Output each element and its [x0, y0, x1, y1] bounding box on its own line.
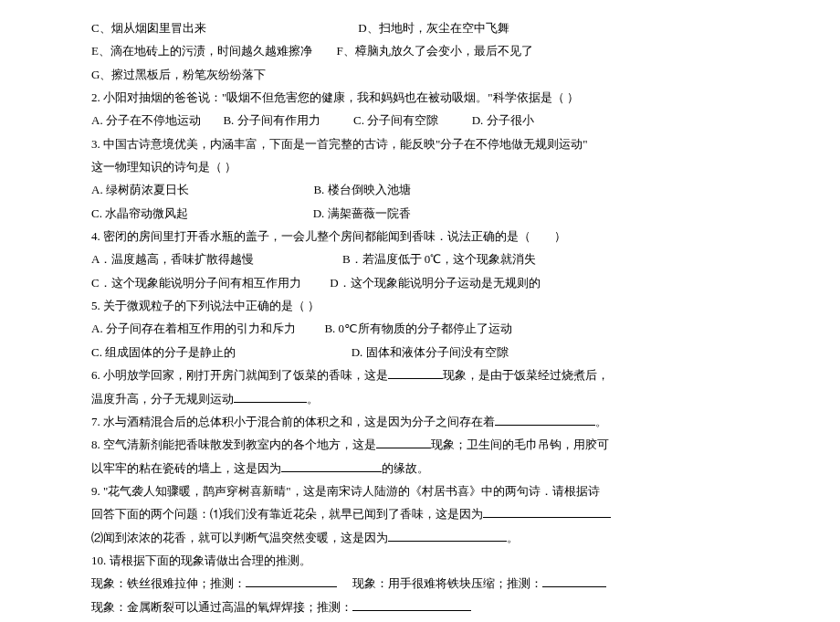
q5-opt-c: C. 组成固体的分子是静止的	[91, 345, 236, 359]
q2-stem: 2. 小阳对抽烟的爸爸说："吸烟不但危害您的健康，我和妈妈也在被动吸烟。"科学依…	[91, 86, 749, 109]
q3-stem2: 这一物理知识的诗句是（ ）	[91, 155, 749, 178]
q5-row-cd: C. 组成固体的分子是静止的 D. 固体和液体分子间没有空隙	[91, 341, 749, 364]
q1-option-ef: E、滴在地砖上的污渍，时间越久越难擦净 F、樟脑丸放久了会变小，最后不见了	[91, 39, 749, 62]
q2-opt-b: B. 分子间有作用力	[223, 113, 320, 127]
q3-row-ab: A. 绿树荫浓夏日长 B. 楼台倒映入池塘	[91, 178, 749, 201]
q1-opt-g: G、擦过黑板后，粉笔灰纷纷落下	[91, 68, 266, 81]
q3-opt-a: A. 绿树荫浓夏日长	[91, 183, 189, 196]
q1-option-cd: C、烟从烟囱里冒出来 D、扫地时，灰尘在空中飞舞	[91, 16, 749, 39]
q10-row2a: 现象：金属断裂可以通过高温的氧焊焊接；推测：	[91, 600, 352, 614]
q8-blank1[interactable]	[376, 437, 431, 448]
q7-part1: 7. 水与酒精混合后的总体积小于混合前的体积之和，这是因为分子之间存在着	[91, 415, 495, 428]
q9-sub2b: 。	[507, 531, 519, 544]
q8-part3: 以牢牢的粘在瓷砖的墙上，这是因为	[91, 461, 281, 475]
q8-line1: 8. 空气清新剂能把香味散发到教室内的各个地方，这是现象；卫生间的毛巾吊钩，用胶…	[91, 433, 749, 456]
q10-stem: 10. 请根据下面的现象请做出合理的推测。	[91, 549, 749, 572]
q3-stem1: 3. 中国古诗意境优美，内涵丰富，下面是一首完整的古诗，能反映"分子在不停地做无…	[91, 132, 749, 155]
q6-part3: 温度升高，分子无规则运动	[91, 392, 234, 406]
q6-line2: 温度升高，分子无规则运动。	[91, 387, 749, 410]
q3-row-cd: C. 水晶帘动微风起 D. 满架蔷薇一院香	[91, 202, 749, 225]
q8-part2: 现象；卫生间的毛巾吊钩，用胶可	[431, 438, 609, 451]
q9-sub2: ⑵闻到浓浓的花香，就可以判断气温突然变暖，这是因为。	[91, 526, 749, 549]
q3-opt-b: B. 楼台倒映入池塘	[313, 183, 410, 196]
q2-opt-a: A. 分子在不停地运动	[91, 113, 201, 127]
q7-line: 7. 水与酒精混合后的总体积小于混合前的体积之和，这是因为分子之间存在着。	[91, 410, 749, 433]
q10-blank3[interactable]	[352, 599, 471, 611]
q4-row-cd: C．这个现象能说明分子间有相互作用力 D．这个现象能说明分子运动是无规则的	[91, 271, 749, 294]
q3-opt-c: C. 水晶帘动微风起	[91, 206, 188, 220]
q6-line1: 6. 小明放学回家，刚打开房门就闻到了饭菜的香味，这是现象，是由于饭菜经过烧煮后…	[91, 364, 749, 386]
q9-sub1: 回答下面的两个问题：⑴我们没有靠近花朵，就早已闻到了香味，这是因为	[91, 502, 749, 525]
q6-part4: 。	[307, 392, 319, 406]
q8-part1: 8. 空气清新剂能把香味散发到教室内的各个地方，这是	[91, 438, 376, 451]
q1-opt-e: E、滴在地砖上的污渍，时间越久越难擦净	[91, 44, 312, 58]
q1-option-g: G、擦过黑板后，粉笔灰纷纷落下	[91, 63, 749, 86]
q10-row1b: 现象：用手很难将铁块压缩；推测：	[352, 576, 542, 590]
q5-stem: 5. 关于微观粒子的下列说法中正确的是（ ）	[91, 294, 749, 317]
q2-opt-c: C. 分子间有空隙	[353, 113, 438, 127]
q4-stem: 4. 密闭的房间里打开香水瓶的盖子，一会儿整个房间都能闻到香味．说法正确的是（ …	[91, 225, 749, 248]
q10-row1: 现象：铁丝很难拉伸；推测： 现象：用手很难将铁块压缩；推测：	[91, 572, 749, 595]
q2-options: A. 分子在不停地运动 B. 分子间有作用力 C. 分子间有空隙 D. 分子很小	[91, 109, 749, 132]
q4-opt-b: B．若温度低于 0℃，这个现象就消失	[342, 252, 536, 266]
q5-row-ab: A. 分子间存在着相互作用的引力和斥力 B. 0℃所有物质的分子都停止了运动	[91, 317, 749, 340]
q9-sub2a: ⑵闻到浓浓的花香，就可以判断气温突然变暖，这是因为	[91, 531, 388, 544]
q4-opt-d: D．这个现象能说明分子运动是无规则的	[330, 276, 540, 290]
q9-sub1a: 回答下面的两个问题：⑴我们没有靠近花朵，就早已闻到了香味，这是因为	[91, 507, 483, 521]
q4-row-ab: A．温度越高，香味扩散得越慢 B．若温度低于 0℃，这个现象就消失	[91, 248, 749, 270]
q6-part2: 现象，是由于饭菜经过烧煮后，	[443, 368, 609, 382]
q3-opt-d: D. 满架蔷薇一院香	[313, 206, 411, 220]
q7-part2: 。	[595, 415, 607, 428]
q10-row2: 现象：金属断裂可以通过高温的氧焊焊接；推测：	[91, 596, 749, 618]
q10-blank2[interactable]	[542, 575, 606, 587]
q5-opt-b: B. 0℃所有物质的分子都停止了运动	[324, 322, 512, 335]
q1-opt-c: C、烟从烟囱里冒出来	[91, 21, 206, 35]
q8-blank2[interactable]	[281, 460, 382, 472]
q10-row1a: 现象：铁丝很难拉伸；推测：	[91, 576, 246, 590]
q4-opt-c: C．这个现象能说明分子间有相互作用力	[91, 276, 301, 290]
q6-blank2[interactable]	[234, 391, 307, 403]
q9-blank1[interactable]	[483, 506, 611, 518]
q4-opt-a: A．温度越高，香味扩散得越慢	[91, 252, 254, 266]
q10-blank1[interactable]	[246, 575, 337, 587]
q9-blank2[interactable]	[388, 530, 507, 542]
q5-opt-a: A. 分子间存在着相互作用的引力和斥力	[91, 322, 296, 335]
q1-opt-d: D、扫地时，灰尘在空中飞舞	[358, 21, 509, 35]
q8-part4: 的缘故。	[382, 461, 429, 475]
q11-line1: 11. 用胶水把邮票粘贴在信封上，等胶水干了以后就很难直接把邮票完整地从信封上摘…	[91, 618, 749, 622]
q6-blank1[interactable]	[388, 367, 443, 379]
q9-stem: 9. "花气袭人知骤暖，鹊声穿树喜新晴"，这是南宋诗人陆游的《村居书喜》中的两句…	[91, 480, 749, 502]
q8-line2: 以牢牢的粘在瓷砖的墙上，这是因为的缘故。	[91, 457, 749, 480]
q1-opt-f: F、樟脑丸放久了会变小，最后不见了	[336, 44, 532, 58]
q5-opt-d: D. 固体和液体分子间没有空隙	[352, 345, 509, 359]
q2-opt-d: D. 分子很小	[472, 113, 534, 127]
q6-part1: 6. 小明放学回家，刚打开房门就闻到了饭菜的香味，这是	[91, 368, 388, 382]
q7-blank[interactable]	[495, 414, 595, 426]
